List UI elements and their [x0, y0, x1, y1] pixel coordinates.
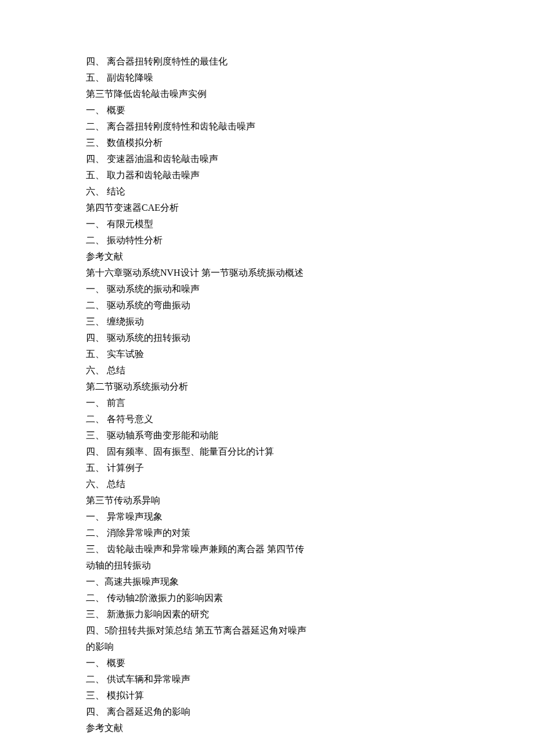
toc-line: 二、 供试车辆和异常噪声 — [86, 671, 306, 687]
toc-line: 二、 振动特性分析 — [86, 232, 306, 249]
toc-line: 三、 驱动轴系弯曲变形能和动能 — [86, 427, 306, 444]
toc-line: 二、 传动轴2阶激振力的影响因素 — [86, 590, 306, 606]
toc-line: 第十六章驱动系统NVH设计 第一节驱动系统振动概述 — [86, 265, 306, 281]
toc-line: 第二节驱动系统振动分析 — [86, 379, 306, 395]
toc-line: 四、 离合器延迟角的影响 — [86, 704, 306, 720]
toc-line: 一、 有限元模型 — [86, 216, 306, 232]
toc-line: 一、 驱动系统的振动和噪声 — [86, 281, 306, 297]
toc-line: 四、 离合器扭转刚度特性的最佳化 — [86, 53, 306, 70]
toc-line: 五、 取力器和齿轮敲击噪声 — [86, 167, 306, 183]
toc-line: 第四节变速器CAE分析 — [86, 200, 306, 216]
toc-line: 三、 缠绕振动 — [86, 314, 306, 330]
toc-line: 第三节降低齿轮敲击噪声实例 — [86, 86, 306, 102]
toc-line: 三、 数值模拟分析 — [86, 135, 306, 151]
toc-line: 五、 计算例子 — [86, 460, 306, 476]
toc-line: 三、 新激振力影响因素的研究 — [86, 606, 306, 622]
toc-line: 第三节传动系异响 — [86, 492, 306, 509]
toc-line: 一、 概要 — [86, 655, 306, 671]
toc-line: 六、 结论 — [86, 183, 306, 200]
toc-line: 二、 离合器扭转刚度特性和齿轮敲击噪声 — [86, 118, 306, 135]
toc-line: 五、 副齿轮降噪 — [86, 70, 306, 86]
toc-line: 参考文献 — [86, 249, 306, 265]
toc-line: 五、 实车试验 — [86, 346, 306, 362]
toc-line: 一、高速共振噪声现象 — [86, 574, 306, 590]
toc-line: 一、 异常噪声现象 — [86, 509, 306, 525]
toc-line: 一、 概要 — [86, 102, 306, 118]
toc-line: 六、 总结 — [86, 362, 306, 379]
toc-line: 四、 变速器油温和齿轮敲击噪声 — [86, 151, 306, 167]
toc-line: 一、 前言 — [86, 395, 306, 411]
toc-line: 四、 固有频率、固有振型、能量百分比的计算 — [86, 444, 306, 460]
toc-line: 四、 驱动系统的扭转振动 — [86, 330, 306, 346]
toc-line: 二、 消除异常噪声的对策 — [86, 525, 306, 541]
toc-line: 二、 各符号意义 — [86, 411, 306, 427]
toc-line: 参考文献 — [86, 720, 306, 736]
toc-line: 二、 驱动系统的弯曲振动 — [86, 297, 306, 314]
document-content: 四、 离合器扭转刚度特性的最佳化 五、 副齿轮降噪 第三节降低齿轮敲击噪声实例 … — [86, 53, 306, 736]
toc-line: 四、5阶扭转共振对策总结 第五节离合器延迟角对噪声的影响 — [86, 622, 306, 655]
toc-line: 六、 总结 — [86, 476, 306, 492]
toc-line: 三、 模拟计算 — [86, 687, 306, 704]
toc-line: 三、 齿轮敲击噪声和异常噪声兼顾的离合器 第四节传动轴的扭转振动 — [86, 541, 306, 574]
